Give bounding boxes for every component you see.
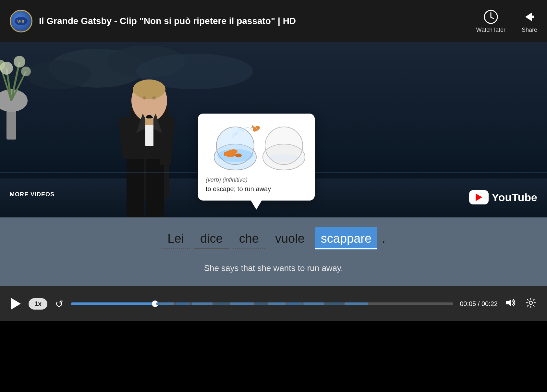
seg7: [268, 302, 286, 305]
svg-point-43: [235, 153, 242, 157]
share-icon: [522, 9, 537, 25]
seg9: [303, 302, 324, 305]
controls-bar: 1x ↺: [0, 286, 547, 321]
word-dice[interactable]: dice: [194, 227, 229, 250]
svg-point-50: [529, 301, 532, 304]
volume-icon: [505, 298, 517, 310]
youtube-watermark: YouTube: [469, 190, 537, 204]
seg3: [192, 302, 213, 305]
time-display: 00:05 / 00:22: [460, 300, 498, 308]
speed-button[interactable]: 1x: [29, 298, 47, 310]
word-tooltip-popup: (verb) (infinitive) to escape; to run aw…: [198, 114, 315, 201]
svg-point-18: [14, 56, 25, 67]
svg-point-48: [268, 154, 300, 162]
word-che[interactable]: che: [233, 227, 265, 250]
time-separator: /: [478, 300, 481, 307]
tooltip-image: [206, 121, 307, 173]
svg-point-33: [142, 96, 146, 100]
word-vuole[interactable]: vuole: [269, 227, 310, 250]
progress-segments: [155, 302, 453, 305]
share-label: Share: [522, 27, 537, 33]
seg11: [345, 302, 368, 305]
svg-point-9: [26, 60, 91, 89]
progress-bar[interactable]: [71, 302, 453, 305]
word-lei[interactable]: Lei: [162, 227, 190, 250]
seg5: [230, 302, 254, 305]
svg-line-4: [491, 17, 493, 18]
video-area: MORE VIDEOS YouTube: [0, 42, 547, 217]
current-time: 00:05: [460, 300, 476, 307]
more-videos-label: MORE VIDEOS: [10, 191, 55, 198]
seg1: [156, 302, 174, 305]
share-button[interactable]: Share: [522, 9, 537, 33]
reload-icon: ↺: [55, 298, 63, 310]
btn-row: 1x ↺: [10, 296, 537, 312]
video-title: Il Grande Gatsby - Clip "Non si può ripe…: [39, 16, 476, 26]
tooltip-definition: to escape; to run away: [206, 185, 307, 193]
svg-point-19: [21, 67, 31, 76]
svg-rect-32: [145, 118, 153, 125]
wb-logo[interactable]: WB: [10, 10, 32, 32]
play-button[interactable]: [10, 297, 22, 311]
seg8: [287, 302, 302, 305]
youtube-text: YouTube: [492, 191, 537, 204]
watch-later-button[interactable]: Watch later: [476, 9, 505, 33]
settings-icon: [526, 298, 536, 310]
svg-rect-23: [146, 159, 164, 217]
reload-button[interactable]: ↺: [54, 297, 65, 311]
svg-rect-22: [127, 159, 144, 217]
sentence-period: .: [382, 232, 385, 246]
seg2: [176, 302, 190, 305]
tooltip-part-of-speech: (verb) (infinitive): [206, 177, 307, 183]
clock-icon: [483, 9, 499, 25]
total-time: 00:22: [481, 300, 498, 307]
volume-button[interactable]: [504, 297, 518, 311]
settings-button[interactable]: [524, 296, 537, 312]
word-scappare[interactable]: scappare: [315, 227, 377, 250]
top-bar: WB Il Grande Gatsby - Clip "Non si può r…: [0, 0, 547, 42]
translation-row: She says that she wants to run away.: [0, 250, 547, 280]
svg-point-25: [133, 80, 165, 99]
subtitle-area: Lei dice che vuole scappare . She says t…: [0, 217, 547, 286]
seg6: [255, 302, 267, 305]
youtube-play-icon: [469, 190, 489, 204]
play-icon: [11, 298, 21, 310]
top-actions: Watch later Share: [476, 9, 537, 33]
svg-marker-49: [506, 299, 511, 306]
seg10: [325, 302, 343, 305]
progress-filled: [71, 302, 155, 305]
sentence-row: Lei dice che vuole scappare .: [162, 227, 385, 250]
svg-text:WB: WB: [17, 19, 24, 24]
seg4: [214, 302, 229, 305]
watch-later-label: Watch later: [476, 27, 505, 33]
translation-text: She says that she wants to run away.: [204, 263, 343, 273]
svg-point-34: [152, 96, 156, 100]
